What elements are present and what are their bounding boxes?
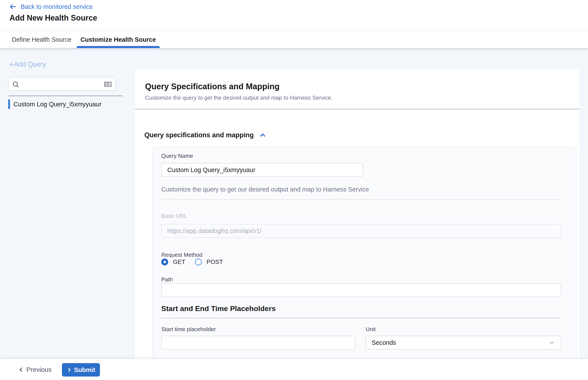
unit-select[interactable]: Seconds <box>366 336 561 349</box>
sidebar-divider <box>8 95 123 96</box>
back-link-label: Back to monitored service <box>21 3 93 10</box>
tab-bar: Define Health Source Customize Health So… <box>0 31 588 48</box>
id-card-icon[interactable] <box>104 80 112 89</box>
panel-title: Query Specifications and Mapping <box>145 82 279 91</box>
query-name-input[interactable] <box>161 163 363 177</box>
base-url-label: Base URL <box>161 213 187 219</box>
chevron-right-icon <box>67 367 72 372</box>
radio-post-label: POST <box>207 259 223 266</box>
add-query-label: Add Query <box>14 60 46 68</box>
submit-button-label: Submit <box>74 366 95 374</box>
arrow-left-icon <box>9 3 17 11</box>
tab-customize-health-source[interactable]: Customize Health Source <box>77 31 160 48</box>
section-collapse-header[interactable]: Query specifications and mapping <box>144 131 267 139</box>
query-search-box <box>8 77 116 91</box>
time-placeholders-divider <box>161 318 561 318</box>
chevron-left-icon <box>18 367 24 372</box>
selected-query-indicator <box>8 99 10 109</box>
unit-label: Unit <box>366 326 376 333</box>
page-header: Back to monitored service Add New Health… <box>0 0 588 31</box>
page-title: Add New Health Source <box>10 13 97 22</box>
path-input[interactable] <box>161 283 561 297</box>
query-list-item[interactable]: Custom Log Query_i5xmyyuaur <box>8 99 102 109</box>
main-panel: Query Specifications and Mapping Customi… <box>135 70 579 359</box>
previous-button[interactable]: Previous <box>18 359 52 380</box>
radio-get-label: GET <box>173 259 185 266</box>
chevron-up-icon[interactable] <box>259 131 267 139</box>
unit-select-value: Seconds <box>372 339 548 346</box>
previous-button-label: Previous <box>26 366 52 373</box>
request-method-radio-group: GET POST <box>161 259 223 266</box>
base-url-input <box>161 224 561 238</box>
panel-subtitle: Customize the query to get the desired o… <box>145 95 333 101</box>
query-item-label: Custom Log Query_i5xmyyuaur <box>13 101 102 108</box>
chevron-down-icon <box>548 339 555 346</box>
start-time-input[interactable] <box>161 336 356 349</box>
query-search-input[interactable] <box>21 77 101 91</box>
section-title: Query specifications and mapping <box>144 131 254 139</box>
footer-bar: Previous Submit <box>0 359 588 380</box>
form-divider <box>161 199 561 200</box>
tab-define-health-source[interactable]: Define Health Source <box>8 31 75 48</box>
path-label: Path <box>161 276 173 283</box>
radio-get[interactable] <box>161 259 168 266</box>
query-name-label: Query Name <box>161 152 193 159</box>
add-query-button[interactable]: + Add Query <box>9 60 46 68</box>
back-link[interactable]: Back to monitored service <box>9 3 93 11</box>
search-icon <box>12 81 20 89</box>
radio-post[interactable] <box>195 259 202 266</box>
plus-icon: + <box>9 61 14 68</box>
start-time-label: Start time placeholder <box>161 326 216 333</box>
query-spec-form: Query Name Customize the query to get ou… <box>153 147 576 359</box>
submit-button[interactable]: Submit <box>62 363 100 377</box>
request-method-label: Request Method <box>161 252 203 258</box>
query-name-help: Customize the query to get our desired o… <box>161 186 369 193</box>
time-placeholders-heading: Start and End Time Placeholders <box>161 304 276 313</box>
panel-divider <box>135 109 579 109</box>
